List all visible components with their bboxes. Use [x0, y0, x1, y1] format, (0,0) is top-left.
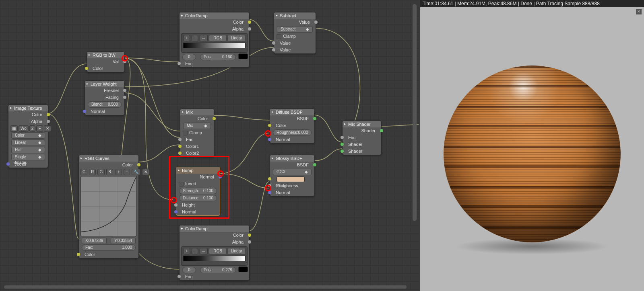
curve-g-tab[interactable]: G — [97, 169, 105, 175]
node-mix-shader[interactable]: Mix Shader Shader Fac Shader Shader — [342, 121, 382, 155]
distribution-select[interactable]: GGX◆ — [273, 169, 312, 175]
ramp-color-swatch[interactable] — [238, 266, 248, 272]
node-glossy-bsdf[interactable]: Glossy BSDF BSDF GGX◆ Color Roughness No… — [270, 155, 315, 197]
ramp-add-icon[interactable]: + — [184, 35, 190, 41]
glossy-color-swatch[interactable] — [277, 176, 305, 182]
ramp-remove-icon[interactable]: − — [192, 35, 198, 41]
ramp-stop-input[interactable]: 0 — [182, 54, 196, 60]
node-rgb-to-bw[interactable]: RGB to BW Val Color — [87, 51, 125, 72]
color-space-select[interactable]: Color◆ — [11, 132, 45, 139]
mix-mode-select[interactable]: Mix◆ — [183, 123, 211, 129]
image-unlink[interactable]: ✕ — [44, 125, 51, 132]
node-editor[interactable]: Image Texture Color Alpha ▦ Wo 2 F ✕ Col… — [0, 0, 419, 291]
interp-select[interactable]: Linear◆ — [11, 139, 45, 146]
strength-input[interactable]: Strength:0.100 — [179, 188, 217, 194]
ramp-flip-icon[interactable]: ↔ — [200, 248, 208, 254]
frame-select[interactable]: Single Image◆ — [11, 154, 45, 160]
fac-input[interactable]: Fac:1.000 — [82, 244, 136, 251]
render-status-bar: Time:01:34.61 | Mem:24.91M, Peak:48.86M … — [420, 0, 644, 7]
colorramp-widget[interactable]: + − ↔ RGB Linear — [181, 33, 248, 53]
node-mix[interactable]: Mix Color Mix◆ Clamp Fac Color1 Color2 — [180, 109, 214, 157]
ramp-pos-input[interactable]: Pos:0.160 — [200, 54, 236, 60]
image-fake-user[interactable]: F — [36, 125, 43, 132]
curve-add-icon[interactable]: + — [116, 169, 122, 175]
ramp-flip-icon[interactable]: ↔ — [200, 35, 208, 41]
curve-c-tab[interactable]: C — [80, 169, 87, 175]
image-browse-button[interactable]: ▦ — [10, 125, 18, 132]
operation-select[interactable]: Subtract◆ — [277, 26, 313, 33]
blend-input[interactable]: Blend:0.500 — [88, 101, 122, 108]
render-preview-sphere — [444, 66, 621, 242]
colorramp-widget[interactable]: + − ↔ RGB Linear — [181, 246, 248, 266]
scrollbar-horizontal[interactable] — [4, 285, 407, 289]
ramp-add-icon[interactable]: + — [184, 248, 190, 254]
invert-checkbox[interactable] — [179, 182, 184, 186]
node-subtract[interactable]: Subtract Value Subtract◆ Clamp Value Val… — [274, 12, 316, 54]
ramp-pos-input[interactable]: Pos:0.279 — [200, 267, 236, 273]
curve-b-tab[interactable]: B — [106, 169, 113, 175]
node-diffuse-bsdf[interactable]: Diffuse BSDF BSDF Color Roughness:0.000 … — [270, 109, 315, 143]
ramp-color-swatch[interactable] — [238, 53, 248, 59]
node-colorramp-1[interactable]: ColorRamp Color Alpha + − ↔ RGB Linear 0… — [179, 12, 250, 68]
curve-reset-icon[interactable]: ✕ — [142, 169, 149, 175]
node-colorramp-2[interactable]: ColorRamp Color Alpha + − ↔ RGB Linear 0… — [179, 225, 250, 281]
curve-r-tab[interactable]: R — [89, 169, 96, 175]
clamp-checkbox[interactable] — [277, 34, 281, 39]
node-layer-weight[interactable]: Layer Weight Fresnel Facing Blend:0.500 … — [85, 80, 125, 115]
projection-select[interactable]: Flat◆ — [11, 147, 45, 153]
clamp-checkbox[interactable] — [183, 131, 188, 135]
image-name[interactable]: Wo — [19, 125, 29, 132]
curve-remove-icon[interactable]: − — [124, 169, 130, 175]
scrollbar-vertical[interactable] — [413, 4, 417, 221]
curve-x-input[interactable]: X0.67286 — [82, 238, 107, 244]
curve-editor[interactable] — [80, 176, 137, 236]
image-users[interactable]: 2 — [29, 125, 36, 132]
close-icon[interactable]: ✕ — [636, 9, 642, 14]
curve-tools-icon[interactable]: 🔧 — [132, 169, 140, 175]
curve-y-input[interactable]: Y0.33854 — [111, 238, 136, 244]
node-image-texture[interactable]: Image Texture Color Alpha ▦ Wo 2 F ✕ Col… — [8, 105, 48, 168]
render-preview-panel: Time:01:34.61 | Mem:24.91M, Peak:48.86M … — [420, 0, 644, 291]
node-bump[interactable]: Bump Normal Invert Strength:0.100 Distan… — [176, 167, 220, 216]
ramp-stop-input[interactable]: 0 — [182, 267, 196, 273]
node-title[interactable]: Image Texture — [8, 105, 48, 111]
ramp-remove-icon[interactable]: − — [192, 248, 198, 254]
node-rgb-curves[interactable]: RGB Curves Color C R G B + − 🔧 ✕ X0.6728… — [78, 155, 139, 258]
roughness-input[interactable]: Roughness:0.000 — [273, 129, 312, 136]
distance-input[interactable]: Distance:0.100 — [179, 195, 217, 201]
